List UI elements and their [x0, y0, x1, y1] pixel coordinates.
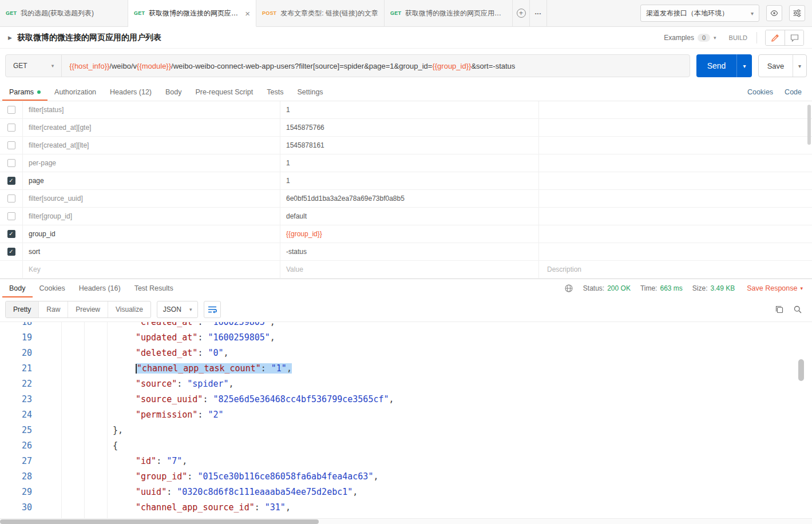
- param-description-cell[interactable]: [539, 172, 812, 189]
- tab-authorization[interactable]: Authorization: [47, 83, 103, 101]
- view-raw[interactable]: Raw: [38, 301, 68, 317]
- code-line[interactable]: 18"created_at": "1600259805",: [0, 322, 812, 330]
- code-scrollbar-thumb[interactable]: [798, 359, 804, 381]
- param-value-cell[interactable]: 1545878161: [280, 137, 539, 154]
- param-key-cell[interactable]: filter[created_at][lte]: [23, 137, 280, 154]
- tab-prerequest-script[interactable]: Pre-request Script: [189, 83, 260, 101]
- new-tab-button[interactable]: +: [513, 0, 530, 26]
- environment-settings-button[interactable]: [789, 5, 805, 21]
- request-tab-1[interactable]: GET 我的选题(获取选题列表): [0, 0, 128, 26]
- param-key-cell[interactable]: filter[group_id]: [23, 208, 280, 225]
- param-checkbox[interactable]: [7, 106, 15, 114]
- response-tab-body[interactable]: Body: [2, 279, 33, 297]
- param-description-cell[interactable]: [539, 101, 812, 118]
- code-line[interactable]: 26{: [0, 438, 812, 454]
- param-value-cell[interactable]: 1: [280, 172, 539, 189]
- param-key-cell[interactable]: per-page: [23, 154, 280, 172]
- response-body-editor[interactable]: 18"created_at": "1600259805", 19"updated…: [0, 322, 812, 518]
- response-tab-test-results[interactable]: Test Results: [128, 279, 180, 297]
- method-selector[interactable]: GET ▾: [6, 55, 62, 77]
- param-checkbox[interactable]: [7, 159, 15, 167]
- code-line[interactable]: 25},: [0, 423, 812, 438]
- param-value-cell[interactable]: 1: [280, 101, 539, 118]
- comments-button[interactable]: [785, 30, 803, 45]
- code-line[interactable]: 23"source_uuid": "825e6d5e36468cc4bf5367…: [0, 392, 812, 407]
- param-description-input-placeholder[interactable]: Description: [539, 261, 812, 278]
- save-options-button[interactable]: ▾: [793, 55, 806, 77]
- param-description-cell[interactable]: [539, 208, 812, 225]
- param-value-input-placeholder[interactable]: Value: [280, 261, 539, 278]
- param-key-cell[interactable]: group_id: [23, 225, 280, 243]
- send-options-button[interactable]: ▾: [736, 54, 752, 77]
- tab-options-button[interactable]: •••: [530, 0, 547, 26]
- code-line[interactable]: 27"id": "7",: [0, 454, 812, 469]
- param-key-cell[interactable]: filter[created_at][gte]: [23, 119, 280, 136]
- response-format-selector[interactable]: JSON ▾: [157, 301, 199, 318]
- response-tab-headers[interactable]: Headers (16): [72, 279, 128, 297]
- horizontal-scrollbar-thumb[interactable]: [0, 519, 319, 524]
- search-icon[interactable]: [793, 305, 802, 314]
- param-value-cell[interactable]: 1545875766: [280, 119, 539, 136]
- param-description-cell[interactable]: [539, 243, 812, 260]
- code-line-selected[interactable]: 21"channel_app_task_count": "1",: [0, 361, 812, 376]
- param-description-cell[interactable]: [539, 137, 812, 154]
- param-key-input-placeholder[interactable]: Key: [23, 261, 280, 278]
- url-input[interactable]: {{host_info}}/weibo/v{{module}}/weibo-we…: [62, 62, 522, 70]
- param-checkbox[interactable]: [7, 194, 15, 203]
- code-line[interactable]: 20"deleted_at": "0",: [0, 346, 812, 361]
- view-visualize[interactable]: Visualize: [108, 301, 150, 317]
- param-key-cell[interactable]: filter[source_uuid]: [23, 190, 280, 207]
- code-line[interactable]: 30"channel_app_source_id": "31",: [0, 500, 812, 515]
- edit-request-button[interactable]: [766, 30, 785, 45]
- param-value-cell[interactable]: default: [280, 208, 539, 225]
- param-checkbox-checked[interactable]: ✓: [7, 177, 15, 185]
- param-description-cell[interactable]: [539, 119, 812, 136]
- send-button[interactable]: Send: [696, 54, 736, 77]
- code-line[interactable]: 22"source": "spider",: [0, 376, 812, 392]
- param-key-cell[interactable]: sort: [23, 243, 280, 260]
- param-checkbox[interactable]: [7, 212, 15, 220]
- param-checkbox[interactable]: [7, 141, 15, 149]
- param-description-cell[interactable]: [539, 154, 812, 172]
- collapse-icon[interactable]: ▶: [8, 35, 12, 41]
- param-value-cell[interactable]: 1: [280, 154, 539, 172]
- wrap-lines-button[interactable]: [204, 301, 221, 318]
- request-tab-4[interactable]: GET 获取微博的微连接的网页应用提...: [385, 0, 513, 26]
- horizontal-scrollbar[interactable]: [0, 518, 812, 524]
- code-line[interactable]: 28"group_id": "015ce30b116ce86058fa6ab4f…: [0, 469, 812, 485]
- tab-settings[interactable]: Settings: [290, 83, 330, 101]
- save-response-button[interactable]: Save Response ▾: [747, 284, 803, 292]
- copy-icon[interactable]: [775, 305, 784, 314]
- param-key-cell[interactable]: page: [23, 172, 280, 189]
- param-description-cell[interactable]: [539, 190, 812, 207]
- param-value-cell[interactable]: {{group_id}}: [280, 225, 539, 243]
- view-pretty[interactable]: Pretty: [6, 301, 38, 317]
- param-checkbox-checked[interactable]: ✓: [7, 248, 15, 256]
- request-tab-3[interactable]: POST 发布文章类型: 链接(链接)的文章: [256, 0, 385, 26]
- tab-headers[interactable]: Headers (12): [103, 83, 159, 101]
- code-line[interactable]: 19"updated_at": "1600259805",: [0, 330, 812, 346]
- request-tab-2-active[interactable]: GET 获取微博的微连接的网页应用的... ×: [128, 0, 256, 27]
- environment-selector[interactable]: 渠道发布接口（本地环境） ▾: [640, 5, 759, 22]
- param-value-cell[interactable]: -status: [280, 243, 539, 260]
- response-tab-cookies[interactable]: Cookies: [33, 279, 72, 297]
- tab-tests[interactable]: Tests: [260, 83, 290, 101]
- param-value-cell[interactable]: 6e0bf51dd1ba3a2ea78a69e73bf0a8b5: [280, 190, 539, 207]
- param-checkbox-checked[interactable]: ✓: [7, 230, 15, 238]
- code-line[interactable]: 24"permission": "2": [0, 407, 812, 423]
- view-preview[interactable]: Preview: [68, 301, 108, 317]
- params-scrollbar-thumb[interactable]: [807, 105, 811, 145]
- param-key-cell[interactable]: filter[status]: [23, 101, 280, 118]
- environment-quick-look-button[interactable]: [766, 5, 782, 21]
- code-line[interactable]: 29"uuid": "0320c8d6f8c111eaaaba54ee75d2e…: [0, 485, 812, 500]
- param-checkbox[interactable]: [7, 124, 15, 132]
- param-description-cell[interactable]: [539, 225, 812, 243]
- examples-dropdown[interactable]: Examples 0 ▾: [664, 34, 716, 42]
- close-tab-icon[interactable]: ×: [245, 9, 250, 18]
- code-link[interactable]: Code: [785, 88, 802, 96]
- cookies-link[interactable]: Cookies: [747, 88, 773, 96]
- tab-params[interactable]: Params: [2, 83, 47, 101]
- tab-body[interactable]: Body: [159, 83, 189, 101]
- save-button[interactable]: Save: [759, 55, 793, 77]
- globe-icon[interactable]: [564, 284, 573, 293]
